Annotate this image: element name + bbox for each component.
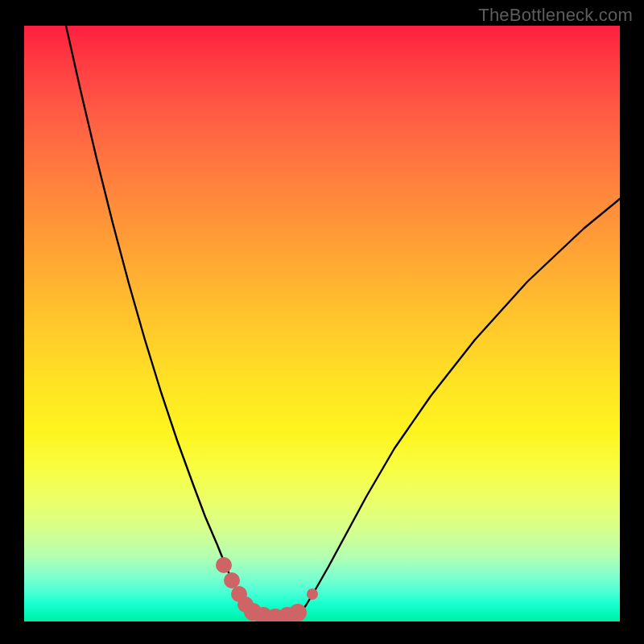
watermark-text: TheBottleneck.com xyxy=(478,5,633,26)
series-right-curve xyxy=(298,199,620,616)
chart-frame: TheBottleneck.com xyxy=(0,0,644,644)
curves-group xyxy=(66,26,620,617)
plot-area xyxy=(24,26,620,621)
markers-group xyxy=(216,557,318,621)
dot-left-2 xyxy=(224,572,240,588)
series-left-curve xyxy=(66,26,258,616)
dot-right-1 xyxy=(307,588,318,600)
curves-svg xyxy=(24,26,620,621)
dot-floor-5 xyxy=(289,604,307,621)
dot-left-1 xyxy=(216,557,232,573)
